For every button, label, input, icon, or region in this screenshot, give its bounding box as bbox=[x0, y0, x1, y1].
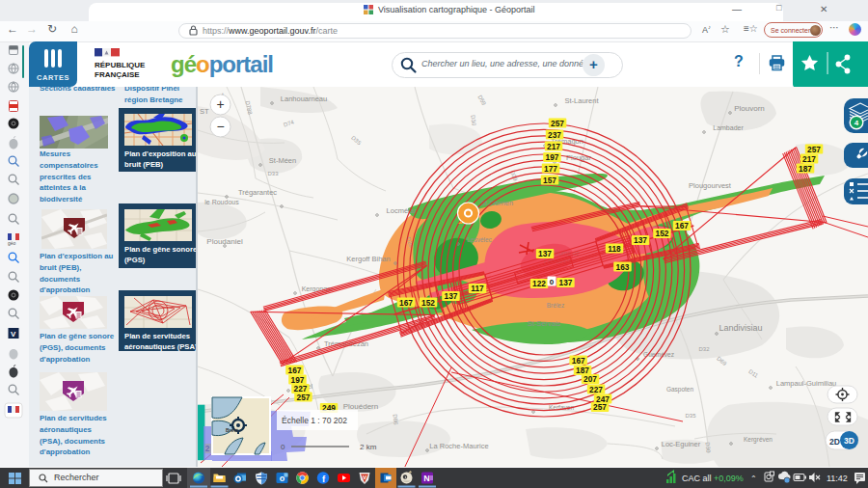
svg-text:St-Méen: St-Méen bbox=[269, 156, 296, 165]
svg-text:4: 4 bbox=[854, 119, 859, 127]
svg-text:0: 0 bbox=[550, 278, 555, 286]
svg-text:Gaspoten: Gaspoten bbox=[666, 386, 694, 393]
svg-text:167: 167 bbox=[288, 366, 302, 375]
svg-text:257: 257 bbox=[297, 393, 311, 402]
svg-text:257: 257 bbox=[807, 145, 821, 154]
svg-text:+0,09%: +0,09% bbox=[714, 474, 744, 483]
svg-text:−: − bbox=[216, 119, 224, 134]
svg-text:152: 152 bbox=[656, 229, 669, 238]
svg-text:117: 117 bbox=[471, 284, 484, 293]
svg-text:177: 177 bbox=[544, 164, 557, 174]
svg-text:La Roche-Maurice: La Roche-Maurice bbox=[429, 442, 488, 450]
svg-text:géo: géo bbox=[8, 240, 16, 246]
svg-text:ST: ST bbox=[200, 107, 209, 116]
svg-text:Kergréven: Kergréven bbox=[744, 436, 773, 444]
svg-text:217: 217 bbox=[547, 142, 560, 151]
svg-text:187: 187 bbox=[799, 164, 812, 174]
svg-text:227: 227 bbox=[589, 385, 603, 394]
svg-text:257: 257 bbox=[551, 119, 564, 128]
svg-text:le Roudous: le Roudous bbox=[204, 199, 239, 205]
svg-text:D32: D32 bbox=[698, 346, 710, 352]
svg-text:V: V bbox=[363, 474, 366, 480]
svg-text:Brélez: Brélez bbox=[547, 302, 564, 309]
svg-text:D33: D33 bbox=[267, 171, 279, 176]
svg-text:⌃: ⌃ bbox=[750, 474, 757, 483]
svg-text:157: 157 bbox=[543, 176, 556, 185]
svg-text:2 km: 2 km bbox=[360, 443, 377, 451]
svg-text:0: 0 bbox=[281, 443, 285, 451]
svg-text:Landivisiau: Landivisiau bbox=[719, 323, 762, 333]
svg-text:197: 197 bbox=[291, 375, 305, 385]
svg-text:D35: D35 bbox=[685, 413, 696, 419]
svg-text:Locmélar: Locmélar bbox=[387, 206, 417, 215]
svg-text:163: 163 bbox=[616, 262, 630, 272]
svg-text:207: 207 bbox=[583, 374, 597, 384]
svg-text:CAC all: CAC all bbox=[682, 474, 712, 483]
svg-text:217: 217 bbox=[802, 154, 816, 164]
svg-text:Plouédern: Plouédern bbox=[343, 402, 378, 411]
svg-text:Lesvélec: Lesvélec bbox=[467, 236, 492, 243]
svg-text:11:42: 11:42 bbox=[827, 474, 848, 483]
svg-text:137: 137 bbox=[445, 291, 458, 301]
svg-text:197: 197 bbox=[546, 152, 559, 162]
svg-text:D86: D86 bbox=[393, 414, 399, 425]
svg-text:Plouvorn: Plouvorn bbox=[734, 104, 765, 113]
svg-text:137: 137 bbox=[559, 278, 573, 287]
svg-text:Échelle 1 : 70 202: Échelle 1 : 70 202 bbox=[282, 416, 347, 425]
svg-text:257: 257 bbox=[593, 402, 607, 412]
svg-text:Lanhouarneau: Lanhouarneau bbox=[281, 95, 327, 103]
svg-text:152: 152 bbox=[421, 298, 435, 308]
svg-text:Lambader: Lambader bbox=[713, 124, 744, 131]
svg-text:Lampaul-Guimiliau: Lampaul-Guimiliau bbox=[776, 379, 837, 388]
svg-text:237: 237 bbox=[548, 130, 561, 140]
svg-text:+: + bbox=[216, 96, 224, 112]
svg-text:122: 122 bbox=[532, 279, 546, 288]
svg-text:Plougourvest: Plougourvest bbox=[689, 181, 732, 190]
svg-text:Loc-Eguiner: Loc-Eguiner bbox=[662, 440, 701, 448]
svg-text:137: 137 bbox=[538, 249, 552, 258]
svg-text:St-Laurent: St-Laurent bbox=[564, 96, 599, 105]
svg-text:2D: 2D bbox=[829, 437, 840, 447]
svg-text:St-Servais: St-Servais bbox=[528, 319, 561, 328]
svg-text:137: 137 bbox=[634, 235, 647, 245]
svg-text:3D: 3D bbox=[844, 436, 854, 446]
svg-text:D30: D30 bbox=[705, 442, 712, 453]
svg-text:118: 118 bbox=[608, 244, 621, 254]
svg-text:Trégarantec: Trégarantec bbox=[238, 188, 277, 197]
svg-text:167: 167 bbox=[675, 221, 689, 230]
svg-text:Brest: Brest bbox=[226, 427, 238, 433]
svg-text:V: V bbox=[11, 330, 16, 339]
svg-text:167: 167 bbox=[399, 298, 413, 308]
svg-text:Kergoff Bihan: Kergoff Bihan bbox=[346, 255, 390, 263]
svg-text:167: 167 bbox=[572, 356, 585, 366]
svg-text:N: N bbox=[423, 474, 430, 483]
